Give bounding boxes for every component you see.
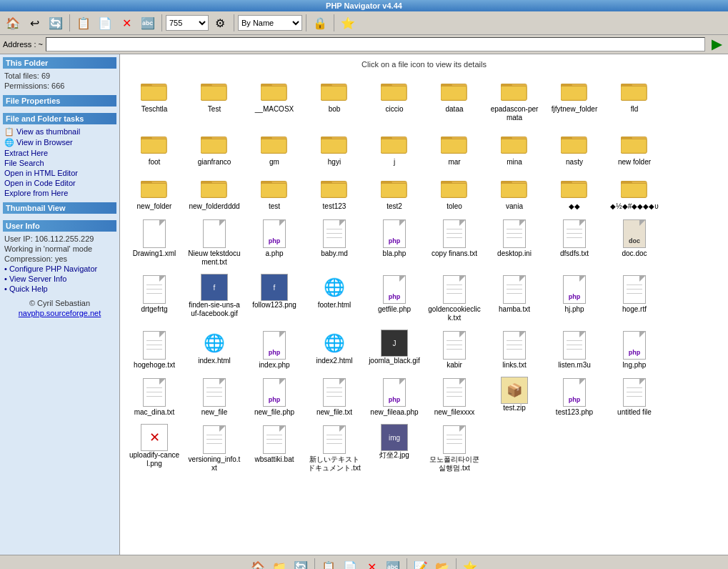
file-item[interactable]: hamba.txt [486,272,543,325]
file-item[interactable]: copy finans.txt [426,216,483,269]
file-item[interactable]: doc doc.doc [606,216,663,269]
file-item[interactable]: php bla.php [366,216,423,269]
bottom-refresh-button[interactable]: 🔄 [291,558,311,569]
sidebar-view-browser[interactable]: 🌐 View in Browser [3,137,116,148]
file-item[interactable]: untitled file [606,375,663,419]
file-item[interactable]: hgyi [306,127,363,169]
file-item[interactable]: mar [426,127,483,169]
file-item[interactable]: bob [306,74,363,124]
star-button[interactable]: ⭐ [338,14,358,32]
file-item[interactable]: nasty [546,127,603,169]
bottom-folder-button[interactable]: 📁 [269,558,289,569]
file-item[interactable]: php new_file.php [246,375,303,419]
sidebar-file-search[interactable]: File Search [3,158,116,168]
bottom-home-button[interactable]: 🏠 [248,558,268,569]
sort-select[interactable]: By Name [238,15,302,31]
file-item[interactable]: ffollow123.png [246,272,303,325]
file-item[interactable]: listen.m3u [546,327,603,372]
file-item[interactable]: Jjoomla_black.gif [366,327,423,372]
file-item[interactable]: hoge.rtf [606,272,663,325]
go-button[interactable]: ▶ [708,37,725,51]
file-item[interactable]: test [246,172,303,213]
settings-button[interactable]: ⚙ [210,14,230,32]
file-item[interactable]: php hj.php [546,272,603,325]
back-button[interactable]: ↩ [24,14,44,32]
home-button[interactable]: 🏠 [3,14,23,32]
file-item[interactable]: toleo [426,172,483,213]
file-item[interactable]: wbsattiki.bat [246,422,303,475]
file-item[interactable]: Teschtla [126,74,183,124]
file-item[interactable]: img灯坐2.jpg [366,422,423,475]
copy-button[interactable]: 📋 [74,14,94,32]
file-item[interactable]: ciccio [366,74,423,124]
file-item[interactable]: new_folder [126,172,183,213]
sidebar-configure[interactable]: • Configure PHP Navigator [3,264,116,274]
file-item[interactable]: new_folderdddd [186,172,243,213]
file-item[interactable]: links.txt [486,327,543,372]
file-item[interactable]: 新しいテキストドキュメント.txt [306,422,363,475]
sidebar-open-code-editor[interactable]: Open in Code Editor [3,178,116,188]
file-item[interactable]: desktop.ini [486,216,543,269]
bottom-newfile-button[interactable]: 📝 [411,558,431,569]
sidebar-quick-help[interactable]: • Quick Help [3,284,116,294]
paste-button[interactable]: 📄 [95,14,115,32]
sidebar-extract-here[interactable]: Extract Here [3,148,116,158]
file-item[interactable]: php a.php [246,216,303,269]
file-item[interactable]: ffinden-sie-uns-auf-facebook.gif [186,272,243,325]
file-item[interactable]: 모노폴리타이쿤실행멈.txt [426,422,483,475]
bottom-newfolder-button[interactable]: 📂 [432,558,452,569]
file-item[interactable]: hogehoge.txt [126,327,183,372]
lock-button[interactable]: 🔒 [310,14,330,32]
bottom-delete-button[interactable]: ✕ [361,558,382,569]
file-item[interactable]: php index.php [246,327,303,372]
sidebar-explore-from-here[interactable]: Explore from Here [3,188,116,198]
file-item[interactable]: goldencookieclick.txt [426,272,483,325]
file-item[interactable]: Drawing1.xml [126,216,183,269]
file-item[interactable]: test2 [366,172,423,213]
sidebar-server-info[interactable]: • View Server Info [3,274,116,284]
sidebar-open-html-editor[interactable]: Open in HTML Editor [3,168,116,178]
bottom-rename-button[interactable]: 🔤 [383,558,403,569]
refresh-button[interactable]: 🔄 [46,14,66,32]
file-item[interactable]: php test123.php [546,375,603,419]
file-item[interactable]: 🌐footer.html [306,272,363,325]
file-item[interactable]: Nieuw tekstdocument.txt [186,216,243,269]
file-item[interactable]: php new_fileaa.php [366,375,423,419]
file-item[interactable]: new folder [606,127,663,169]
address-input[interactable] [46,37,705,51]
file-item[interactable]: ✕uploadify-cancel.png [126,422,183,475]
file-item[interactable]: __MACOSX [246,74,303,124]
file-item[interactable]: kabir [426,327,483,372]
file-item[interactable]: dfsdfs.txt [546,216,603,269]
file-item[interactable]: ◆◆ [546,172,603,213]
file-item[interactable]: drtgefrtg [126,272,183,325]
file-item[interactable]: fld [606,74,663,124]
file-item[interactable]: php getfile.php [366,272,423,325]
file-item[interactable]: gianfranco [186,127,243,169]
file-item[interactable]: fjfytnew_folder [546,74,603,124]
permissions-select[interactable]: 755 [166,15,209,31]
file-item[interactable]: test123 [306,172,363,213]
file-item[interactable]: new_file [186,375,243,419]
file-item[interactable]: Test [186,74,243,124]
bottom-star-button[interactable]: ⭐ [460,558,480,569]
bottom-copy-button[interactable]: 📋 [319,558,339,569]
file-item[interactable]: new_filexxxx [426,375,483,419]
rename-button[interactable]: 🔤 [138,14,158,32]
delete-button[interactable]: ✕ [116,14,136,32]
file-item[interactable]: 🌐index2.html [306,327,363,372]
file-item[interactable]: 📦test.zip [486,375,543,419]
file-item[interactable]: j [366,127,423,169]
file-item[interactable]: dataa [426,74,483,124]
file-item[interactable]: ◆½◆#◆◆◆◆υ [606,172,663,213]
file-item[interactable]: 🌐index.html [186,327,243,372]
file-item[interactable]: vania [486,172,543,213]
bottom-paste-button[interactable]: 📄 [340,558,360,569]
file-item[interactable]: baby.md [306,216,363,269]
file-item[interactable]: gm [246,127,303,169]
file-item[interactable]: new_file.txt [306,375,363,419]
file-item[interactable]: mina [486,127,543,169]
file-item[interactable]: php lng.php [606,327,663,372]
file-item[interactable]: versioning_info.txt [186,422,243,475]
file-item[interactable]: mac_dina.txt [126,375,183,419]
